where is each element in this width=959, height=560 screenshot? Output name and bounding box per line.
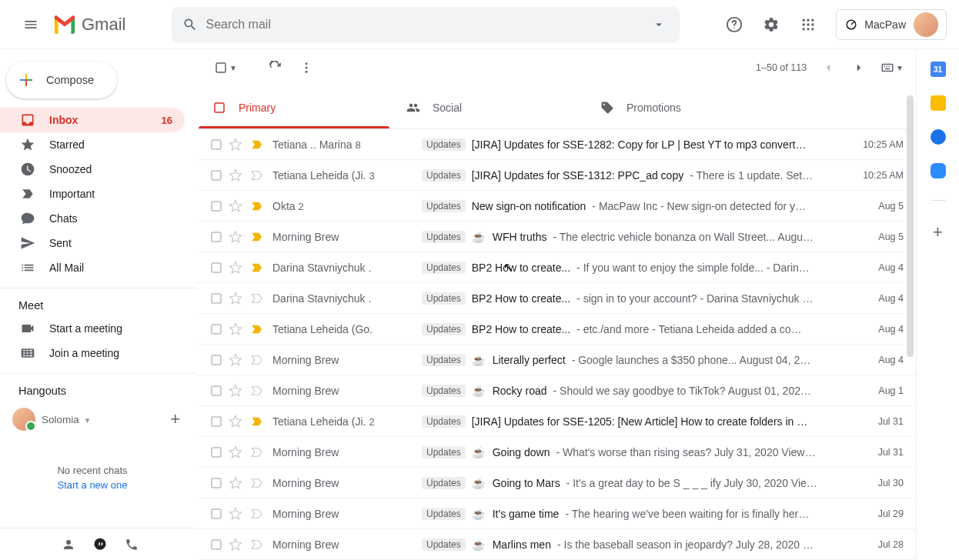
row-snippet: - sign in to your account? - Darina Stav… <box>576 292 813 305</box>
start-meeting-button[interactable]: Start a meeting <box>0 316 197 341</box>
workspace-chip[interactable]: MacPaw <box>836 9 947 40</box>
help-button[interactable] <box>719 9 750 40</box>
sidebar-item-sent[interactable]: Sent <box>0 231 185 255</box>
mail-row[interactable]: Okta2UpdatesNew sign-on notification - M… <box>197 191 916 222</box>
mail-row[interactable]: Darina Stavniychuk .UpdatesBP2 How to cr… <box>197 252 916 283</box>
mail-row[interactable]: Morning BrewUpdates☕Rocky road - Should … <box>197 375 916 406</box>
compose-button[interactable]: Compose <box>6 62 117 98</box>
keep-addon-button[interactable] <box>931 95 946 111</box>
row-importance[interactable] <box>246 353 268 367</box>
row-importance[interactable] <box>246 138 268 152</box>
sidebar-item-important[interactable]: Important <box>0 182 185 206</box>
mail-row[interactable]: Morning BrewUpdates☕Literally perfect - … <box>197 345 916 375</box>
search-bar[interactable] <box>172 7 680 42</box>
more-button[interactable] <box>291 52 322 83</box>
row-importance[interactable] <box>246 199 268 213</box>
tab-primary[interactable]: Primary <box>197 86 391 128</box>
hangouts-avatar[interactable] <box>12 408 35 431</box>
row-importance[interactable] <box>246 322 268 336</box>
settings-button[interactable] <box>756 9 787 40</box>
older-button[interactable] <box>813 52 844 83</box>
row-star[interactable] <box>225 168 246 182</box>
search-input[interactable] <box>198 18 649 32</box>
join-meeting-button[interactable]: Join a meeting <box>0 341 197 365</box>
row-checkbox[interactable] <box>209 445 225 459</box>
row-star[interactable] <box>225 415 246 428</box>
scrollbar[interactable] <box>905 95 916 526</box>
row-checkbox[interactable] <box>209 168 225 182</box>
mail-row[interactable]: Darina Stavniychuk .UpdatesBP2 How to cr… <box>197 283 916 314</box>
mail-row[interactable]: Tetiana Leheida (Ji.3Updates[JIRA] Updat… <box>197 160 916 191</box>
row-checkbox[interactable] <box>209 353 225 367</box>
start-new-chat-link[interactable]: Start a new one <box>0 479 185 491</box>
sidebar-item-chats[interactable]: Chats <box>0 206 185 231</box>
row-importance[interactable] <box>246 538 268 552</box>
apps-button[interactable] <box>793 9 824 40</box>
row-checkbox[interactable] <box>209 507 225 521</box>
row-checkbox[interactable] <box>209 538 225 552</box>
row-star[interactable] <box>225 384 246 398</box>
row-checkbox[interactable] <box>209 476 225 490</box>
sidebar-item-starred[interactable]: Starred <box>0 132 185 157</box>
tab-social[interactable]: Social <box>391 86 585 128</box>
row-checkbox[interactable] <box>209 292 225 305</box>
search-options-button[interactable] <box>649 15 669 35</box>
row-importance[interactable] <box>246 445 268 459</box>
row-importance[interactable] <box>246 476 268 490</box>
select-all-checkbox[interactable]: ▼ <box>209 56 242 79</box>
input-tools-button[interactable]: ▼ <box>880 61 904 75</box>
row-importance[interactable] <box>246 507 268 521</box>
gmail-logo[interactable]: Gmail <box>52 15 125 35</box>
main-menu-button[interactable] <box>12 6 49 43</box>
row-checkbox[interactable] <box>209 415 225 428</box>
sidebar-item-inbox[interactable]: Inbox 16 <box>0 108 185 132</box>
row-checkbox[interactable] <box>209 261 225 275</box>
hangouts-bubble-icon[interactable] <box>92 537 108 552</box>
sidebar-item-snoozed[interactable]: Snoozed <box>0 157 185 182</box>
new-chat-button[interactable]: + <box>170 409 185 429</box>
mail-row[interactable]: Morning BrewUpdates☕It's game time - The… <box>197 498 916 529</box>
row-star[interactable] <box>225 353 246 367</box>
zoom-addon-button[interactable] <box>931 163 946 178</box>
row-importance[interactable] <box>246 415 268 428</box>
row-importance[interactable] <box>246 261 268 275</box>
row-star[interactable] <box>225 138 246 152</box>
mail-row[interactable]: Morning BrewUpdates☕Going to Mars - It's… <box>197 468 916 498</box>
row-star[interactable] <box>225 322 246 336</box>
row-star[interactable] <box>225 261 246 275</box>
mail-row[interactable]: Morning BrewUpdates☕Marlins men - Is the… <box>197 529 916 560</box>
row-importance[interactable] <box>246 384 268 398</box>
row-star[interactable] <box>225 199 246 213</box>
row-importance[interactable] <box>246 168 268 182</box>
mail-row[interactable]: Tetiana Leheida (Go.UpdatesBP2 How to cr… <box>197 314 916 345</box>
hangouts-username[interactable]: Solomia ▼ <box>42 414 91 425</box>
mail-row[interactable]: Tetiana Leheida (Ji.2Updates[JIRA] Updat… <box>197 406 916 437</box>
phone-icon[interactable] <box>125 538 139 552</box>
tasks-addon-button[interactable] <box>931 129 946 145</box>
row-star[interactable] <box>225 507 246 521</box>
row-checkbox[interactable] <box>209 230 225 244</box>
mail-row[interactable]: Morning BrewUpdates☕WFH truths - The ele… <box>197 222 916 252</box>
calendar-addon-button[interactable] <box>931 62 946 77</box>
row-importance[interactable] <box>246 230 268 244</box>
row-checkbox[interactable] <box>209 138 225 152</box>
coffee-emoji-icon: ☕ <box>472 385 485 397</box>
row-star[interactable] <box>225 538 246 552</box>
person-status-icon[interactable] <box>62 538 75 552</box>
mail-row[interactable]: Morning BrewUpdates☕Going down - What's … <box>197 437 916 468</box>
user-avatar[interactable] <box>914 12 938 37</box>
refresh-button[interactable] <box>260 52 291 83</box>
mail-row[interactable]: Tetiana .. Marina8Updates[JIRA] Updates … <box>197 129 916 160</box>
tab-promotions[interactable]: Promotions <box>585 86 779 128</box>
row-star[interactable] <box>225 292 246 305</box>
row-star[interactable] <box>225 476 246 490</box>
row-checkbox[interactable] <box>209 199 225 213</box>
row-checkbox[interactable] <box>209 384 225 398</box>
row-importance[interactable] <box>246 292 268 305</box>
get-addons-button[interactable]: + <box>933 222 943 242</box>
sidebar-item-allmail[interactable]: All Mail <box>0 255 185 280</box>
row-star[interactable] <box>225 445 246 459</box>
row-checkbox[interactable] <box>209 322 225 336</box>
newer-button[interactable] <box>844 52 874 83</box>
row-star[interactable] <box>225 230 246 244</box>
